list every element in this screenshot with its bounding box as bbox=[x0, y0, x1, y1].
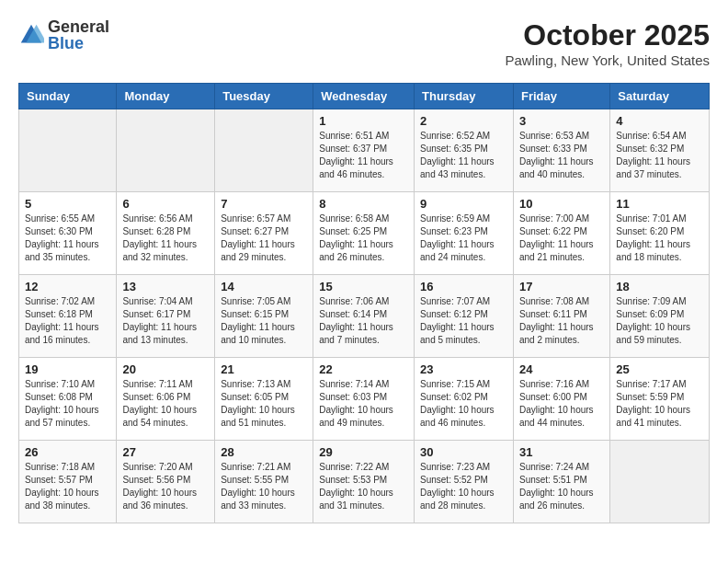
calendar-cell: 18Sunrise: 7:09 AM Sunset: 6:09 PM Dayli… bbox=[610, 275, 710, 358]
calendar-cell: 31Sunrise: 7:24 AM Sunset: 5:51 PM Dayli… bbox=[513, 441, 609, 523]
day-number: 17 bbox=[519, 280, 604, 293]
calendar-cell: 23Sunrise: 7:15 AM Sunset: 6:02 PM Dayli… bbox=[415, 358, 514, 441]
calendar-cell: 20Sunrise: 7:11 AM Sunset: 6:06 PM Dayli… bbox=[117, 358, 215, 441]
day-info: Sunrise: 7:02 AM Sunset: 6:18 PM Dayligh… bbox=[25, 295, 110, 347]
weekday-header-monday: Monday bbox=[117, 84, 215, 109]
day-number: 28 bbox=[221, 445, 307, 459]
calendar-cell: 25Sunrise: 7:17 AM Sunset: 5:59 PM Dayli… bbox=[610, 358, 710, 441]
day-number: 8 bbox=[319, 197, 408, 211]
day-number: 2 bbox=[420, 114, 507, 128]
logo-icon bbox=[18, 22, 44, 48]
day-info: Sunrise: 6:54 AM Sunset: 6:32 PM Dayligh… bbox=[616, 130, 703, 181]
day-info: Sunrise: 7:22 AM Sunset: 5:53 PM Dayligh… bbox=[319, 461, 408, 512]
day-info: Sunrise: 6:57 AM Sunset: 6:27 PM Dayligh… bbox=[221, 213, 307, 264]
calendar-cell: 11Sunrise: 7:01 AM Sunset: 6:20 PM Dayli… bbox=[610, 192, 710, 275]
week-row-4: 26Sunrise: 7:18 AM Sunset: 5:57 PM Dayli… bbox=[19, 441, 710, 523]
day-number: 4 bbox=[616, 114, 703, 128]
day-number: 22 bbox=[319, 362, 408, 376]
calendar-cell: 14Sunrise: 7:05 AM Sunset: 6:15 PM Dayli… bbox=[215, 275, 313, 358]
day-info: Sunrise: 6:56 AM Sunset: 6:28 PM Dayligh… bbox=[122, 213, 209, 264]
day-number: 14 bbox=[221, 280, 307, 293]
calendar-cell: 9Sunrise: 6:59 AM Sunset: 6:23 PM Daylig… bbox=[415, 192, 514, 275]
calendar-cell: 7Sunrise: 6:57 AM Sunset: 6:27 PM Daylig… bbox=[215, 192, 313, 275]
day-number: 12 bbox=[25, 280, 110, 293]
week-row-0: 1Sunrise: 6:51 AM Sunset: 6:37 PM Daylig… bbox=[19, 109, 710, 192]
day-info: Sunrise: 7:01 AM Sunset: 6:20 PM Dayligh… bbox=[616, 213, 703, 264]
calendar-cell: 22Sunrise: 7:14 AM Sunset: 6:03 PM Dayli… bbox=[313, 358, 415, 441]
day-number: 31 bbox=[519, 445, 604, 459]
day-number: 7 bbox=[221, 197, 307, 211]
day-number: 29 bbox=[319, 445, 408, 459]
calendar-cell: 21Sunrise: 7:13 AM Sunset: 6:05 PM Dayli… bbox=[215, 358, 313, 441]
calendar-cell: 5Sunrise: 6:55 AM Sunset: 6:30 PM Daylig… bbox=[19, 192, 117, 275]
day-info: Sunrise: 7:04 AM Sunset: 6:17 PM Dayligh… bbox=[122, 295, 209, 347]
day-info: Sunrise: 6:53 AM Sunset: 6:33 PM Dayligh… bbox=[519, 130, 604, 181]
calendar-cell: 6Sunrise: 6:56 AM Sunset: 6:28 PM Daylig… bbox=[117, 192, 215, 275]
day-number: 16 bbox=[420, 280, 507, 293]
calendar-cell: 24Sunrise: 7:16 AM Sunset: 6:00 PM Dayli… bbox=[513, 358, 609, 441]
day-info: Sunrise: 6:55 AM Sunset: 6:30 PM Dayligh… bbox=[25, 213, 110, 264]
day-info: Sunrise: 6:52 AM Sunset: 6:35 PM Dayligh… bbox=[420, 130, 507, 181]
calendar-cell bbox=[117, 109, 215, 192]
weekday-header-saturday: Saturday bbox=[610, 84, 710, 109]
calendar-cell: 29Sunrise: 7:22 AM Sunset: 5:53 PM Dayli… bbox=[313, 441, 415, 523]
calendar-cell bbox=[215, 109, 313, 192]
day-number: 5 bbox=[25, 197, 110, 211]
calendar-cell: 26Sunrise: 7:18 AM Sunset: 5:57 PM Dayli… bbox=[19, 441, 117, 523]
calendar-cell: 17Sunrise: 7:08 AM Sunset: 6:11 PM Dayli… bbox=[513, 275, 609, 358]
calendar-cell: 3Sunrise: 6:53 AM Sunset: 6:33 PM Daylig… bbox=[513, 109, 609, 192]
week-row-1: 5Sunrise: 6:55 AM Sunset: 6:30 PM Daylig… bbox=[19, 192, 710, 275]
weekday-header-row: SundayMondayTuesdayWednesdayThursdayFrid… bbox=[19, 84, 710, 109]
calendar-cell: 13Sunrise: 7:04 AM Sunset: 6:17 PM Dayli… bbox=[117, 275, 215, 358]
day-info: Sunrise: 7:06 AM Sunset: 6:14 PM Dayligh… bbox=[319, 295, 408, 347]
day-info: Sunrise: 7:05 AM Sunset: 6:15 PM Dayligh… bbox=[221, 295, 307, 347]
title-block: October 2025 Pawling, New York, United S… bbox=[505, 18, 710, 68]
day-info: Sunrise: 7:14 AM Sunset: 6:03 PM Dayligh… bbox=[319, 378, 408, 430]
week-row-3: 19Sunrise: 7:10 AM Sunset: 6:08 PM Dayli… bbox=[19, 358, 710, 441]
day-number: 10 bbox=[519, 197, 604, 211]
page-header: General Blue October 2025 Pawling, New Y… bbox=[18, 18, 710, 68]
week-row-2: 12Sunrise: 7:02 AM Sunset: 6:18 PM Dayli… bbox=[19, 275, 710, 358]
calendar-cell: 10Sunrise: 7:00 AM Sunset: 6:22 PM Dayli… bbox=[513, 192, 609, 275]
day-info: Sunrise: 7:11 AM Sunset: 6:06 PM Dayligh… bbox=[122, 378, 209, 430]
day-number: 6 bbox=[122, 197, 209, 211]
calendar-cell bbox=[610, 441, 710, 523]
day-info: Sunrise: 7:18 AM Sunset: 5:57 PM Dayligh… bbox=[25, 461, 110, 512]
day-number: 19 bbox=[25, 362, 110, 376]
day-info: Sunrise: 7:21 AM Sunset: 5:55 PM Dayligh… bbox=[221, 461, 307, 512]
day-info: Sunrise: 6:59 AM Sunset: 6:23 PM Dayligh… bbox=[420, 213, 507, 264]
day-number: 21 bbox=[221, 362, 307, 376]
calendar: SundayMondayTuesdayWednesdayThursdayFrid… bbox=[18, 83, 710, 523]
day-info: Sunrise: 7:24 AM Sunset: 5:51 PM Dayligh… bbox=[519, 461, 604, 512]
day-info: Sunrise: 7:10 AM Sunset: 6:08 PM Dayligh… bbox=[25, 378, 110, 430]
month-title: October 2025 bbox=[505, 18, 710, 52]
logo: General Blue bbox=[18, 18, 109, 52]
calendar-cell: 28Sunrise: 7:21 AM Sunset: 5:55 PM Dayli… bbox=[215, 441, 313, 523]
day-info: Sunrise: 7:23 AM Sunset: 5:52 PM Dayligh… bbox=[420, 461, 507, 512]
day-info: Sunrise: 7:13 AM Sunset: 6:05 PM Dayligh… bbox=[221, 378, 307, 430]
calendar-cell: 16Sunrise: 7:07 AM Sunset: 6:12 PM Dayli… bbox=[415, 275, 514, 358]
weekday-header-wednesday: Wednesday bbox=[313, 84, 415, 109]
calendar-cell: 27Sunrise: 7:20 AM Sunset: 5:56 PM Dayli… bbox=[117, 441, 215, 523]
day-info: Sunrise: 7:09 AM Sunset: 6:09 PM Dayligh… bbox=[616, 295, 703, 347]
location: Pawling, New York, United States bbox=[505, 52, 710, 68]
weekday-header-thursday: Thursday bbox=[415, 84, 514, 109]
calendar-cell: 4Sunrise: 6:54 AM Sunset: 6:32 PM Daylig… bbox=[610, 109, 710, 192]
day-number: 24 bbox=[519, 362, 604, 376]
day-number: 3 bbox=[519, 114, 604, 128]
day-info: Sunrise: 7:17 AM Sunset: 5:59 PM Dayligh… bbox=[616, 378, 703, 430]
logo-general: General bbox=[48, 18, 109, 35]
calendar-cell: 19Sunrise: 7:10 AM Sunset: 6:08 PM Dayli… bbox=[19, 358, 117, 441]
day-info: Sunrise: 7:16 AM Sunset: 6:00 PM Dayligh… bbox=[519, 378, 604, 430]
day-number: 26 bbox=[25, 445, 110, 459]
calendar-cell bbox=[19, 109, 117, 192]
weekday-header-tuesday: Tuesday bbox=[215, 84, 313, 109]
calendar-cell: 30Sunrise: 7:23 AM Sunset: 5:52 PM Dayli… bbox=[415, 441, 514, 523]
day-info: Sunrise: 7:00 AM Sunset: 6:22 PM Dayligh… bbox=[519, 213, 604, 264]
day-number: 1 bbox=[319, 114, 408, 128]
calendar-cell: 12Sunrise: 7:02 AM Sunset: 6:18 PM Dayli… bbox=[19, 275, 117, 358]
day-number: 13 bbox=[122, 280, 209, 293]
day-number: 15 bbox=[319, 280, 408, 293]
calendar-cell: 2Sunrise: 6:52 AM Sunset: 6:35 PM Daylig… bbox=[415, 109, 514, 192]
day-number: 11 bbox=[616, 197, 703, 211]
